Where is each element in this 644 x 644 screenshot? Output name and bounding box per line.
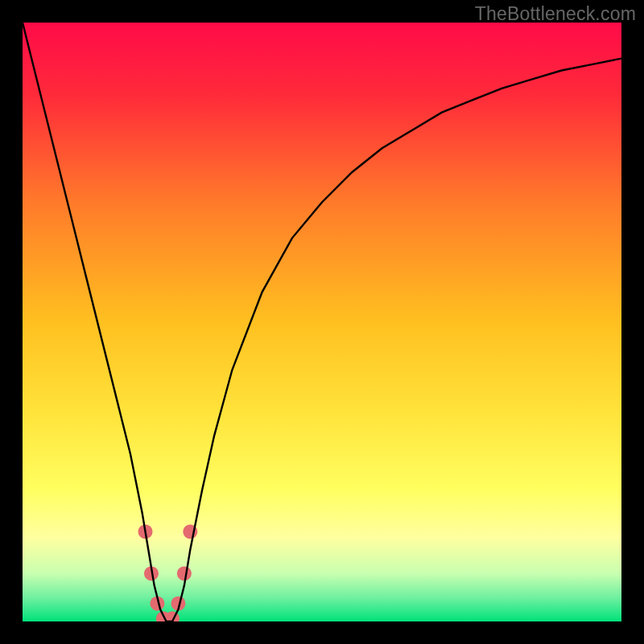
bottleneck-chart <box>23 23 621 621</box>
chart-frame <box>23 23 621 621</box>
chart-background <box>23 23 621 621</box>
watermark-text: TheBottleneck.com <box>475 3 636 25</box>
marker-dot <box>177 566 192 580</box>
